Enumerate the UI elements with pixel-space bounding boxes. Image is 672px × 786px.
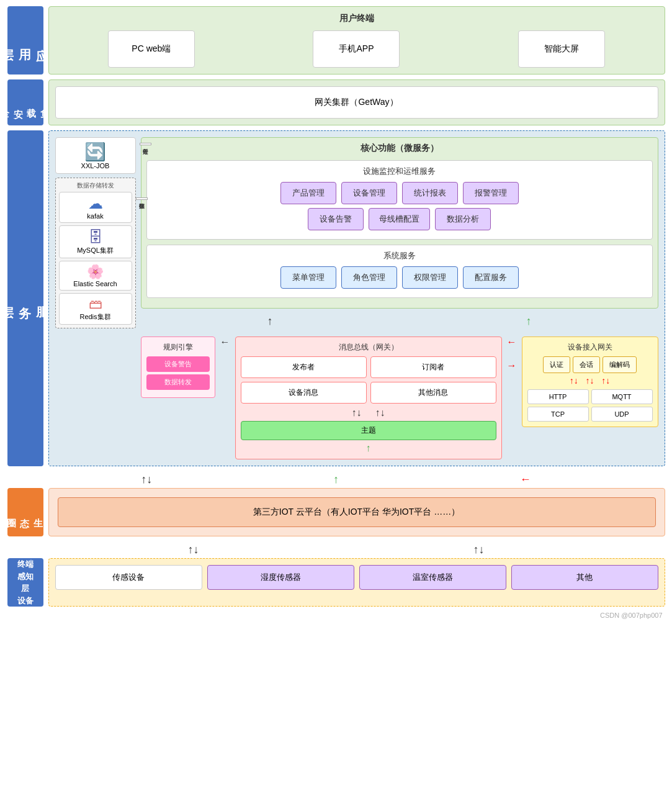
config-service-btn: 配置服务 [463,266,519,289]
sensor-device-box: 传感设备 [55,565,202,590]
mysql-label: MySQL集群 [62,246,129,255]
terminal-layer-label: 终端感知层设备 [7,558,43,607]
gw-left-arrow: ← [507,337,517,348]
ecology-layer-label: 生 态 圈 [7,488,43,536]
app-layer-content: 用户终端 PC web端 手机APP 智能大屏 [48,6,665,75]
rule-arrow: ← [220,337,230,348]
terminal-layer-row: 终端感知层设备 传感设备 湿度传感器 温室传感器 其他 [7,558,665,607]
service-content: 🔄 XXL-JOB 定时任务 数据存储转发 ☁ kafak 数据存储 [48,130,665,466]
terminal-arrow-left: ↑↓ [188,543,199,556]
kafka-icon: ☁ [62,195,129,212]
data-analysis-btn: 数据分析 [435,208,491,230]
app-boxes: PC web端 手机APP 智能大屏 [55,30,658,68]
subscriber-btn: 订阅者 [370,356,496,378]
terminal-content: 传感设备 湿度传感器 温室传感器 其他 [48,558,665,607]
app-layer-row: 应 用 层 用户终端 PC web端 手机APP 智能大屏 [7,6,665,75]
gw-red-arrows: ↑↓ ↑↓ ↑↓ [527,376,653,386]
elasticsearch-box: 🌸 Elastic Search [59,261,132,291]
system-row: 菜单管理 角色管理 权限管理 配置服务 [152,266,647,289]
facility-row2: 设备告警 母线槽配置 数据分析 [152,208,647,230]
codec-btn: 编解码 [603,356,637,373]
data-storage-section: 数据存储转发 ☁ kafak 数据存储 🗄 MySQL集群 [55,178,136,328]
terminal-inner: 传感设备 湿度传感器 温室传感器 其他 [55,565,658,590]
redis-icon: 🗃 [62,296,129,312]
gateway-box: 网关集群（GetWay） [55,86,658,119]
device-gw-box: 设备接入网关 认证 会话 编解码 ↑↓ ↑↓ ↑↓ HTTP [522,337,658,427]
eco-arrow-left: ↑↓ [141,473,152,486]
device-gw-title: 设备接入网关 [527,342,653,353]
right-main: 核心功能（微服务） 设施监控和运维服务 产品管理 设备管理 统计报表 报警管理 [141,137,658,459]
xxljob-icon: 🔄 [60,142,132,162]
app-layer-label: 应 用 层 [7,6,43,75]
session-btn: 会话 [573,356,600,373]
msg-bottom-arrow: ↑ [241,443,496,454]
udp-btn: UDP [591,407,653,422]
rule-engine-box: 规则引擎 设备警告 数据转发 [141,337,215,398]
tcp-btn: TCP [527,407,589,422]
core-func-box: 核心功能（微服务） 设施监控和运维服务 产品管理 设备管理 统计报表 报警管理 [141,137,658,309]
service-inner: 🔄 XXL-JOB 定时任务 数据存储转发 ☁ kafak 数据存储 [55,137,658,459]
permission-mgmt-btn: 权限管理 [402,266,458,289]
menu-mgmt-btn: 菜单管理 [280,266,336,289]
core-func-title: 核心功能（微服务） [146,143,653,154]
system-section: 系统服务 菜单管理 角色管理 权限管理 配置服务 [146,245,653,298]
eco-arrow-mid: ↑ [333,473,339,486]
other-terminal-box: 其他 [511,565,658,590]
app-layer-title: 用户终端 [55,13,658,24]
mysql-icon: 🗄 [62,228,129,246]
product-mgmt-btn: 产品管理 [280,182,336,204]
data-store-badge: 数据存储 [136,197,148,200]
redis-box: 🗃 Redis集群 [59,293,132,325]
greenhouse-sensor-box: 温室传感器 [359,565,506,590]
alarm-mgmt-btn: 报警管理 [463,182,519,204]
redis-label: Redis集群 [62,312,129,322]
eco-arrow-right: ← [520,473,531,486]
left-column: 🔄 XXL-JOB 定时任务 数据存储转发 ☁ kafak 数据存储 [55,137,136,459]
ecology-box: 第三方IOT 云平台（有人IOT平台 华为IOT平台 ……） [58,497,656,527]
system-section-title: 系统服务 [152,250,647,261]
ecology-layer-row: 生 态 圈 第三方IOT 云平台（有人IOT平台 华为IOT平台 ……） [7,488,665,536]
service-layer-label: 服 务 层 [7,130,43,466]
kafka-box: ☁ kafak 数据存储 [59,192,132,223]
ecology-content: 第三方IOT 云平台（有人IOT平台 华为IOT平台 ……） [48,488,665,536]
bottom-service-row: 规则引擎 设备警告 数据转发 ← 消息总线（网关） 发布者 [141,337,658,459]
main-container: 应 用 层 用户终端 PC web端 手机APP 智能大屏 负 载 安 全 网关… [7,6,665,619]
http-btn: HTTP [527,389,589,404]
publisher-btn: 发布者 [241,356,367,378]
facility-section-title: 设施监控和运维服务 [152,166,647,177]
xxljob-label: XXL-JOB [60,162,132,169]
mysql-box: 🗄 MySQL集群 [59,225,132,258]
busbar-config-btn: 母线槽配置 [369,208,430,230]
gw-top-row: 认证 会话 编解码 [527,356,653,373]
msg-bus-box: 消息总线（网关） 发布者 订阅者 设备消息 其他消息 ↑↓ ↑↓ 主题 [235,337,502,459]
data-forward-btn: 数据转发 [146,374,210,390]
load-layer-content: 网关集群（GetWay） [48,79,665,125]
gw-protocol-grid: HTTP MQTT TCP UDP [527,389,653,422]
device-alarm-btn: 设备告警 [308,208,364,230]
msg-arrows: ↑↓ ↑↓ [241,407,496,418]
arrow-up-left: ↑ [267,315,273,328]
mobile-app-box: 手机APP [313,30,400,68]
humidity-sensor-box: 湿度传感器 [207,565,354,590]
rule-engine-title: 规则引擎 [146,342,210,353]
kafka-label: kafak [62,212,129,220]
load-layer-row: 负 载 安 全 网关集群（GetWay） [7,79,665,125]
xxljob-box: 🔄 XXL-JOB 定时任务 [55,137,136,174]
watermark: CSDN @007php007 [7,612,665,619]
terminal-arrow-right: ↑↓ [473,543,485,556]
load-layer-label: 负 载 安 全 [7,79,43,125]
device-msg-btn: 设备消息 [241,382,367,404]
elasticsearch-icon: 🌸 [62,264,129,280]
device-warning-btn: 设备警告 [146,356,210,372]
facility-row1: 产品管理 设备管理 统计报表 报警管理 [152,182,647,204]
smart-screen-box: 智能大屏 [518,30,605,68]
arrow-up-green: ↑ [526,315,532,328]
service-layer-row: 服 务 层 🔄 XXL-JOB 定时任务 数据存储转发 [7,130,665,466]
eco-terminal-arrows: ↑↓ ↑↓ [7,541,665,558]
topic-box: 主题 [241,421,496,440]
arrow-row-1: ↑ ↑ [141,314,658,329]
other-msg-btn: 其他消息 [370,382,496,404]
device-mgmt-btn: 设备管理 [341,182,397,204]
msg-bus-title: 消息总线（网关） [241,342,496,353]
msg-inner-grid: 发布者 订阅者 设备消息 其他消息 [241,356,496,404]
